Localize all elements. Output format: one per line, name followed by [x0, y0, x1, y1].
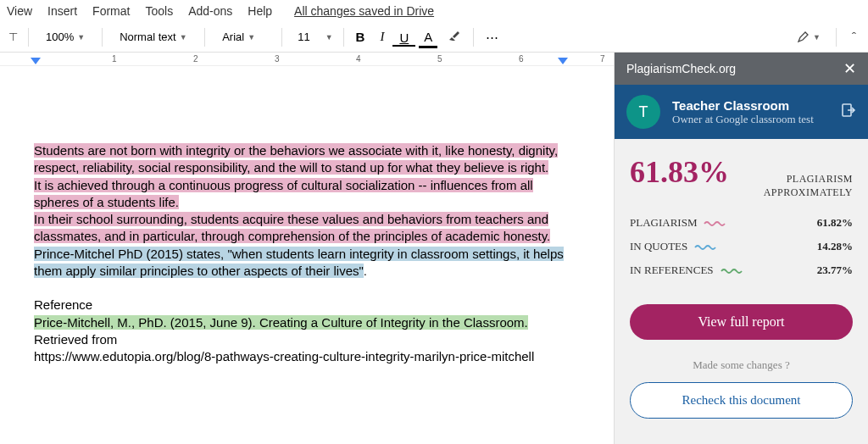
indent-left-marker[interactable] [31, 58, 41, 64]
close-icon[interactable]: ✕ [843, 59, 856, 78]
sidebar-title: PlagiarismCheck.org [626, 62, 736, 75]
chevron-down-icon: ▼ [77, 33, 85, 42]
stats-list: PLAGIARISM 61.82% IN QUOTES 14.28% IN RE… [615, 208, 868, 297]
ruler-mark: 4 [356, 54, 361, 64]
stat-references: IN REFERENCES 23.77% [630, 258, 853, 282]
stat-value: 23.77% [817, 264, 853, 277]
document-page[interactable]: Students are not born with integrity or … [0, 66, 614, 382]
separator [204, 28, 205, 47]
toolbar: ⊤ 100%▼ Normal text▼ Arial▼ 11 ▼ B I U A… [0, 22, 868, 53]
document-area: 1 2 3 4 5 6 7 Students are not born with… [0, 53, 614, 444]
highlighted-plagiarism-text[interactable]: In their school surrounding, students ac… [34, 212, 550, 243]
logout-icon[interactable] [841, 103, 856, 122]
font-value: Arial [222, 31, 244, 43]
pen-icon[interactable]: ▼ [791, 27, 826, 47]
plagiarism-sidebar: PlagiarismCheck.org ✕ T Teacher Classroo… [614, 53, 868, 444]
chevron-down-icon: ▼ [248, 33, 255, 42]
separator [473, 28, 474, 47]
menu-insert[interactable]: Insert [47, 4, 77, 18]
ruler-mark: 1 [112, 54, 117, 64]
user-name: Teacher Classroom [672, 98, 814, 113]
highlighted-quote-text[interactable]: Prince-Mitchel PhD (2015) states, "when … [34, 247, 564, 278]
ruler[interactable]: 1 2 3 4 5 6 7 [0, 53, 614, 66]
save-status[interactable]: All changes saved in Drive [294, 4, 434, 18]
wave-icon [721, 264, 810, 277]
stat-plagiarism: PLAGIARISM 61.82% [630, 211, 853, 235]
score-label-line: PLAGIARISM [764, 173, 853, 186]
stat-label: PLAGIARISM [630, 216, 697, 230]
ruler-mark: 7 [600, 54, 605, 64]
underline-button[interactable]: U [392, 27, 415, 47]
user-bar: T Teacher Classroom Owner at Google clas… [615, 85, 868, 139]
recheck-button[interactable]: Recheck this document [630, 382, 853, 419]
highlighted-plagiarism-text[interactable]: It is achieved through a continuous prog… [34, 178, 533, 209]
menu-tools[interactable]: Tools [145, 4, 173, 18]
chevron-down-icon: ▼ [180, 33, 187, 42]
stat-value: 61.82% [817, 216, 853, 230]
menu-help[interactable]: Help [248, 4, 272, 18]
highlighted-reference-text[interactable]: Price-Mitchell, M., PhD. (2015, June 9).… [34, 315, 528, 330]
print-format-icon[interactable]: ⊤ [3, 27, 23, 47]
highlight-button[interactable] [441, 25, 468, 48]
menu-format[interactable]: Format [92, 4, 130, 18]
score-label-line: APPROXIMATELY [764, 186, 853, 200]
menu-addons[interactable]: Add-ons [188, 4, 232, 18]
changes-question: Made some changes ? [615, 347, 868, 379]
separator [28, 28, 29, 47]
stat-label: IN REFERENCES [630, 264, 714, 277]
avatar: T [626, 95, 660, 129]
ruler-mark: 6 [519, 54, 524, 64]
separator [343, 28, 344, 47]
italic-button[interactable]: I [373, 26, 391, 47]
font-select[interactable]: Arial▼ [214, 29, 273, 45]
chevron-down-icon[interactable]: ▼ [326, 33, 333, 42]
separator [102, 28, 103, 47]
ruler-mark: 5 [437, 54, 442, 64]
wave-icon [704, 216, 810, 230]
stat-label: IN QUOTES [630, 240, 687, 253]
reference-heading[interactable]: Reference [34, 297, 580, 314]
plagiarism-percentage: 61.83% [630, 154, 729, 190]
body-text[interactable]: Retrieved from [34, 331, 580, 348]
view-full-report-button[interactable]: View full report [630, 304, 853, 340]
ruler-mark: 3 [275, 54, 280, 64]
size-value: 11 [298, 31, 309, 43]
paragraph-style-select[interactable]: Normal text▼ [111, 29, 196, 45]
ruler-mark: 2 [193, 54, 198, 64]
sidebar-header: PlagiarismCheck.org ✕ [615, 53, 868, 85]
more-tools-button[interactable]: ⋯ [479, 26, 507, 48]
font-size-select[interactable]: 11 [291, 29, 316, 45]
user-role: Owner at Google classroom test [672, 113, 814, 126]
zoom-select[interactable]: 100%▼ [39, 29, 92, 45]
chevron-down-icon: ▼ [813, 33, 821, 42]
collapse-panel-button[interactable]: ˆ [847, 26, 861, 47]
indent-right-marker[interactable] [558, 58, 568, 64]
menubar: View Insert Format Tools Add-ons Help Al… [0, 0, 868, 22]
stat-quotes: IN QUOTES 14.28% [630, 235, 853, 258]
separator [836, 28, 837, 47]
stat-value: 14.28% [817, 240, 853, 253]
text-color-button[interactable]: A [417, 26, 439, 47]
style-value: Normal text [120, 31, 175, 43]
wave-icon [694, 240, 810, 253]
bold-button[interactable]: B [349, 26, 372, 47]
menu-view[interactable]: View [7, 4, 32, 18]
separator [281, 28, 282, 47]
body-text[interactable]: https://www.edutopia.org/blog/8-pathways… [34, 348, 580, 365]
body-text[interactable]: . [364, 264, 367, 278]
score-label: PLAGIARISM APPROXIMATELY [764, 173, 853, 199]
zoom-value: 100% [46, 31, 74, 43]
score-box: 61.83% PLAGIARISM APPROXIMATELY [615, 139, 868, 208]
highlighted-plagiarism-text[interactable]: Students are not born with integrity or … [34, 143, 558, 175]
